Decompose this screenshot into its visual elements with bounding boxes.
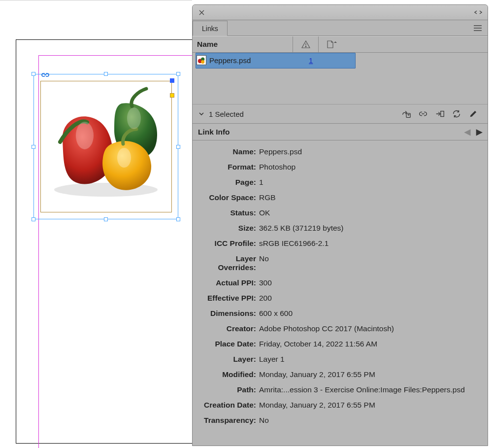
link-row[interactable]: Peppers.psd 1 [193,53,488,68]
column-status-icon[interactable] [293,36,318,52]
svg-point-5 [305,46,306,47]
svg-point-3 [117,148,131,168]
column-page-icon[interactable] [318,36,344,52]
svg-rect-10 [441,111,444,117]
tab-links[interactable]: Links [193,21,228,36]
goto-link-icon[interactable] [431,105,448,122]
label-overrides: Layer Overrides: [197,254,259,272]
value-status: OK [259,208,483,217]
panel-menu-icon[interactable] [473,23,483,33]
selection-count: 1 Selected [209,110,244,118]
label-status: Status: [197,208,259,217]
label-path: Path: [197,385,259,394]
edit-original-icon[interactable] [465,105,482,122]
label-effectiveppi: Effective PPI: [197,294,259,303]
value-creator: Adobe Photoshop CC 2017 (Macintosh) [259,324,483,333]
value-icc: sRGB IEC61966-2.1 [259,239,483,248]
value-placedate: Friday, October 14, 2022 11:56 AM [259,340,483,348]
value-overrides: No [259,254,483,272]
resize-handle[interactable] [176,72,180,76]
label-modified: Modified: [197,370,259,379]
relink-cc-icon[interactable] [398,105,415,122]
link-instance-count[interactable]: 1 [303,56,313,65]
label-colorspace: Color Space: [197,193,259,202]
value-format: Photoshop [259,163,483,172]
label-creator: Creator: [197,324,259,333]
value-colorspace: RGB [259,193,483,202]
link-filename: Peppers.psd [209,56,303,65]
disclosure-icon[interactable] [198,111,204,117]
link-thumbnail [197,55,206,65]
resize-handle[interactable] [32,72,35,76]
label-placedate: Place Date: [197,340,259,348]
relink-icon[interactable] [415,105,431,122]
document-canvas[interactable] [0,0,192,448]
resize-handle[interactable] [176,145,180,149]
value-creationdate: Monday, January 2, 2017 6:55 PM [259,401,483,410]
collapse-icon[interactable] [474,10,483,15]
label-format: Format: [197,163,259,172]
label-page: Page: [197,178,259,187]
value-path: Amrita:...ession 3 - Exercise Online:Ima… [259,385,483,394]
panel-titlebar[interactable] [193,5,488,20]
link-icon [40,72,51,77]
svg-point-2 [127,107,141,129]
resize-handle[interactable] [32,145,35,149]
svg-point-8 [201,60,204,64]
link-info-label: Link Info [198,128,230,137]
update-link-icon[interactable] [448,105,465,122]
list-header: Name [193,36,488,53]
value-effectiveppi: 200 [259,294,483,303]
label-size: Size: [197,224,259,233]
resize-handle[interactable] [32,217,35,221]
value-page: 1 [259,178,483,187]
value-actualppi: 300 [259,278,483,287]
link-info-body: Name:Peppers.psd Format:Photoshop Page:1… [193,140,488,446]
label-creationdate: Creation Date: [197,401,259,410]
svg-point-1 [76,122,94,149]
label-transparency: Transparency: [197,416,259,425]
links-panel: Links Name Peppers.psd 1 1 Selected [192,4,488,446]
label-icc: ICC Profile: [197,239,259,248]
links-toolbar: 1 Selected [193,104,488,124]
next-link-icon[interactable]: ▶ [476,127,482,137]
link-info-header: Link Info ◀ ▶ [193,124,488,140]
resize-handle[interactable] [176,217,180,221]
value-size: 362.5 KB (371219 bytes) [259,224,483,233]
column-name[interactable]: Name [193,40,293,49]
prev-link-icon[interactable]: ◀ [464,127,470,137]
label-actualppi: Actual PPI: [197,278,259,287]
value-modified: Monday, January 2, 2017 6:55 PM [259,370,483,379]
label-name: Name: [197,147,259,156]
panel-tabs: Links [193,20,488,36]
value-name: Peppers.psd [259,147,483,156]
placed-image[interactable] [40,84,172,205]
resize-handle[interactable] [104,217,108,221]
resize-handle[interactable] [104,72,108,76]
value-dimensions: 600 x 600 [259,309,483,318]
label-dimensions: Dimensions: [197,309,259,318]
value-transparency: No [259,416,483,425]
close-icon[interactable] [197,8,205,16]
value-layer: Layer 1 [259,355,483,364]
label-layer: Layer: [197,355,259,364]
